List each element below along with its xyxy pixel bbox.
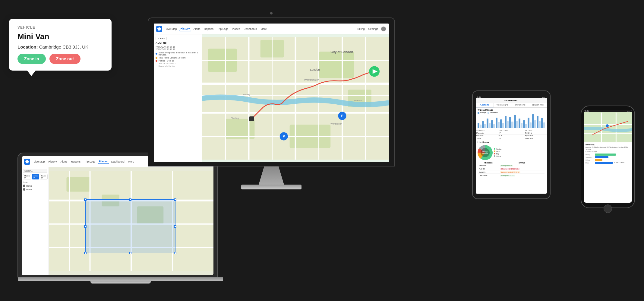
- monitor-nav-more[interactable]: More: [259, 27, 268, 31]
- activity-bar-fill: [595, 154, 616, 156]
- nav-dashboard[interactable]: Dashboard: [110, 160, 126, 164]
- parked-date: 2021-05-12 13:12:42: [159, 63, 200, 65]
- zone-handle-tl[interactable]: [84, 198, 87, 201]
- nav-history[interactable]: History: [47, 160, 58, 164]
- back-button[interactable]: ← Back: [156, 37, 167, 40]
- monitor-nav-billing[interactable]: Billing: [356, 27, 366, 31]
- trip-time: 38 d 8h 12 m 13s: [614, 162, 624, 163]
- vehicle-name: Mercedes: [476, 132, 498, 135]
- nav-more[interactable]: More: [127, 160, 136, 164]
- zone-handle-bl[interactable]: [84, 252, 87, 254]
- svg-rect-16: [319, 52, 354, 78]
- activity-bar-row: Stationary: [586, 156, 630, 158]
- svg-text:Wimbledon: Wimbledon: [330, 122, 342, 125]
- tab-markers[interactable]: Markers (4): [23, 174, 31, 179]
- zone-home-row[interactable]: Home: [23, 184, 47, 188]
- zone-handle-ml[interactable]: [84, 225, 87, 228]
- zone-handle-bm[interactable]: [129, 252, 131, 254]
- monitor-nav-settings[interactable]: Settings: [367, 27, 379, 31]
- monitor-stand: [253, 166, 289, 185]
- monitor-app-logo: [156, 26, 162, 32]
- svg-marker-12: [157, 27, 161, 30]
- status-badge: Offline for 0:14:14 15 4h 3+: [500, 168, 520, 170]
- monitor-nav-dashboard[interactable]: Dashboard: [242, 27, 258, 31]
- tooltip-card: VEHICLE Mini Van Location: Cambridge CB3…: [9, 19, 112, 71]
- zone-handle-tr[interactable]: [174, 198, 176, 201]
- history-map[interactable]: City of London London Westminster Fulham…: [202, 34, 389, 162]
- nav-reports[interactable]: Reports: [70, 160, 82, 164]
- parked-text: Parked - 14m 6s: [159, 60, 174, 62]
- phone-home-button[interactable]: [604, 204, 612, 213]
- vehicle-name: BMW X5: [476, 134, 498, 137]
- status-table-row: BMW X5Stationary for 2:40 55 2h 3+: [478, 171, 545, 174]
- nav-live-map[interactable]: Live Map: [33, 160, 46, 164]
- trips-mileage-title: Trips & Mileage: [476, 108, 547, 112]
- monitor-nav-places[interactable]: Places: [231, 27, 241, 31]
- col-vehicle-name: VEHICLES: [478, 162, 499, 164]
- zone-out-button[interactable]: Zone out: [49, 54, 80, 64]
- zone-handle-tm[interactable]: [129, 198, 131, 201]
- tooltip-location: Location: Cambridge CB3 9JJ, UK: [17, 44, 103, 49]
- nav-alerts[interactable]: Alerts: [59, 160, 69, 164]
- tablet-device: 9:41 ●●● DASHBOARD FLEET INFO VEHICLE IN…: [472, 90, 551, 199]
- phone-speed-row: Speed: 27 mph: [586, 151, 630, 153]
- status-table-row: Land RoverMoving for 1:12 11 s: [478, 174, 545, 177]
- zone-in-button[interactable]: Zone in: [17, 54, 46, 64]
- svg-rect-2: [67, 177, 90, 192]
- status-table-row: Audi R8Offline for 0:14:14 15 4h 3+: [478, 168, 545, 170]
- phone-speed: Speed: 27 mph: [586, 151, 597, 153]
- phone-vehicle-name: Motorola: [586, 144, 630, 146]
- monitor-nav-history[interactable]: History: [179, 27, 191, 31]
- legend-trip-hours: Trip Hours: [488, 112, 497, 114]
- monitor-nav-reports[interactable]: Reports: [203, 27, 215, 31]
- tab-routes[interactable]: Routes (3): [40, 174, 48, 179]
- monitor-nav-live-map[interactable]: Live Map: [165, 27, 178, 31]
- activity-bar-label: Offline: [586, 159, 594, 161]
- zone-office-row[interactable]: Office: [23, 188, 47, 191]
- phone-content: 9:41 ●●●: [584, 110, 632, 203]
- monitor-nav-trip-logs[interactable]: Trip Logs: [216, 27, 229, 31]
- nav-places[interactable]: Places: [98, 159, 109, 164]
- monitor-user-avatar[interactable]: [381, 27, 386, 31]
- pie-chart-label: Moving:60.5% (4): [481, 148, 490, 157]
- monitor-screen: Live Map History Alerts Reports Trip Log…: [154, 24, 389, 162]
- activity-bar-row: Moving: [586, 154, 630, 156]
- nav-trip-logs[interactable]: Trip Logs: [83, 160, 96, 164]
- status-vehicle-name: Land Rover: [478, 174, 499, 177]
- status-vehicle-name: BMW X5: [478, 171, 499, 174]
- zone-handle-br[interactable]: [174, 252, 176, 254]
- status-badge: Moving for 1:12 11 s: [500, 175, 515, 176]
- zone-office-label: Office: [26, 189, 32, 191]
- tab-vehicle-info[interactable]: VEHICLE INFO: [494, 103, 511, 107]
- tablet-status-bar: 9:41 ●●●: [476, 96, 547, 98]
- legend-label: Offline: [496, 155, 501, 157]
- status-vehicle-name: Mercedes: [478, 164, 499, 167]
- history-vehicle-title: AUDI R8: [156, 41, 200, 44]
- home-zone-icon: [23, 185, 25, 187]
- zone-rectangle[interactable]: [85, 199, 175, 253]
- zone-handle-mr[interactable]: [174, 225, 176, 228]
- svg-text:City of London: City of London: [330, 50, 353, 54]
- location-label: Location:: [17, 44, 38, 49]
- svg-point-51: [606, 124, 609, 127]
- tab-driver-info[interactable]: DRIVER INFO: [511, 103, 529, 107]
- legend-item: Stop: [494, 153, 501, 155]
- tab-zones[interactable]: Zones (8): [32, 174, 39, 179]
- tooltip-label: VEHICLE: [17, 25, 103, 30]
- sidebar-tabs: Markers (4) Zones (8) Routes (3): [23, 174, 47, 179]
- phone-map-area: [584, 112, 632, 142]
- mileage-value: 7,002 mi: [524, 132, 547, 135]
- parked-dot-icon: [156, 60, 157, 62]
- dashboard-screen: 9:41 ●●● DASHBOARD FLEET INFO VEHICLE IN…: [476, 96, 547, 194]
- history-layout: ← Back AUDI R8 2021-04-09 21:48:42 2021-…: [154, 34, 389, 162]
- svg-text:P: P: [283, 135, 285, 138]
- col-trip-count: TRIP COUNT: [498, 129, 525, 132]
- vehicle-status: Stationary for 2:40 55 2h 3+: [499, 171, 545, 174]
- trip-row: Ride 38 d 8h 12 m 13s: [586, 162, 630, 164]
- laptop-foot: [90, 281, 151, 284]
- status-time: 9:41: [477, 96, 481, 98]
- tab-fleet-info[interactable]: FLEET INFO: [476, 103, 494, 107]
- tab-sensor-info[interactable]: SENSOR INFO: [529, 103, 547, 107]
- monitor-nav-alerts[interactable]: Alerts: [192, 27, 202, 31]
- search-input[interactable]: [23, 169, 47, 173]
